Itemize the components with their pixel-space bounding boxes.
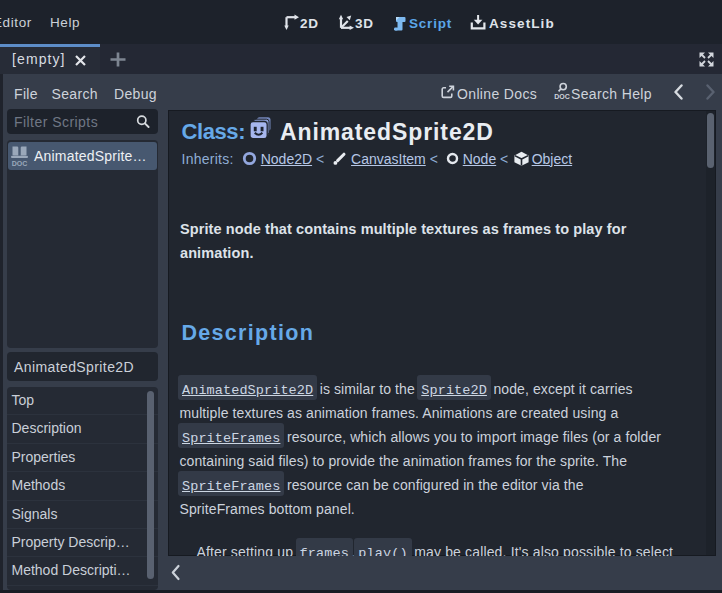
svg-text:DOC: DOC — [12, 160, 28, 167]
svg-text:DOC: DOC — [554, 93, 570, 100]
